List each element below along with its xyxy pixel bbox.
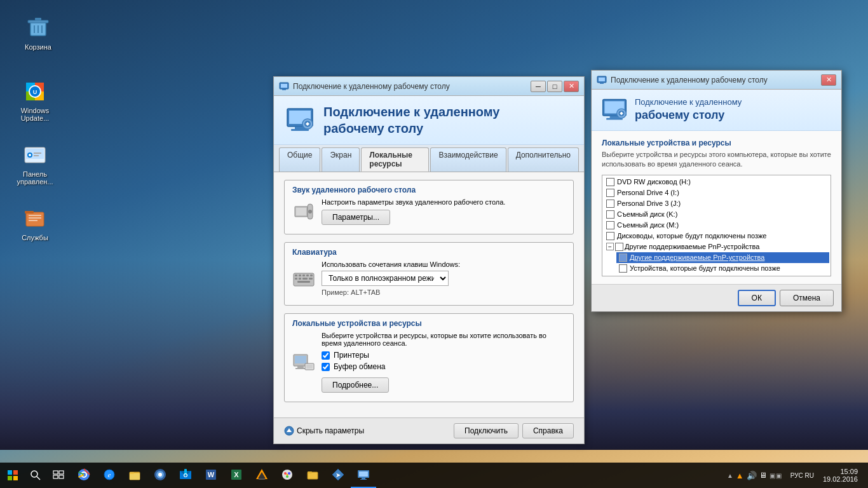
checkbox-2[interactable] xyxy=(606,200,614,208)
taskbar-chrome[interactable] xyxy=(71,463,97,488)
tray-vlc-icon[interactable]: ▲ xyxy=(736,471,744,480)
dialog-desc: Выберите устройства и ресурсы этого комп… xyxy=(602,150,831,170)
search-icon xyxy=(30,470,41,481)
taskbar-folder2[interactable] xyxy=(300,463,325,488)
list-item-6[interactable]: Другие поддерживаемые PnP-устройства xyxy=(616,252,829,263)
svg-point-102 xyxy=(287,474,288,476)
start-button[interactable] xyxy=(0,463,25,488)
taskbar-clock[interactable]: 15:09 19.02.2016 xyxy=(818,468,863,483)
list-item-3[interactable]: Съемный диск (K:) xyxy=(604,209,829,220)
control-panel-icon xyxy=(22,142,48,168)
keyboard-hint: Пример: ALT+TAB xyxy=(322,288,566,296)
window1-close-btn[interactable]: ✕ xyxy=(564,81,579,92)
desktop-icon-recycle-bin[interactable]: Корзина xyxy=(13,13,64,53)
window2-header-icon xyxy=(600,96,628,124)
search-button[interactable] xyxy=(25,463,46,488)
tab-interaction[interactable]: Взаимодействие xyxy=(430,147,506,172)
local-devices-title: Локальные устройства и ресурсы xyxy=(292,319,566,328)
clipboard-checkbox[interactable] xyxy=(322,363,330,371)
checkbox-7[interactable] xyxy=(619,264,627,273)
list-item-1[interactable]: Personal Drive 4 (I:) xyxy=(604,187,829,198)
list-item-7[interactable]: Устройства, которые будут подключены поз… xyxy=(616,263,829,274)
tray-icon-1[interactable]: ▣ xyxy=(770,472,775,479)
svg-rect-34 xyxy=(296,208,306,215)
svg-text:O: O xyxy=(183,472,187,478)
svg-rect-67 xyxy=(8,476,12,480)
desktop: Корзина U WindowsUpdate... xyxy=(0,0,868,488)
tray-network-icon[interactable]: 🖥 xyxy=(759,471,767,480)
checkbox-4[interactable] xyxy=(606,221,614,229)
taskbar-app-4[interactable] xyxy=(147,463,173,488)
keyboard-select[interactable]: Только в полноэкранном режиме xyxy=(322,271,449,286)
taskbar-paint[interactable] xyxy=(275,463,300,488)
expand-icon-6[interactable]: − xyxy=(606,243,614,250)
svg-text:U: U xyxy=(33,89,37,95)
hide-params-btn[interactable]: Скрыть параметры xyxy=(284,426,364,436)
tray-speaker-icon[interactable]: 🔊 xyxy=(747,471,757,480)
ok-btn[interactable]: ОК xyxy=(738,290,776,306)
hide-params-label: Скрыть параметры xyxy=(297,426,364,435)
task-view-icon xyxy=(53,469,64,480)
window1-header-icon xyxy=(284,104,316,136)
notification-area[interactable] xyxy=(863,463,868,488)
taskbar-explorer[interactable] xyxy=(122,463,147,488)
list-item-4[interactable]: Съемный диск (M:) xyxy=(604,220,829,231)
list-item-2[interactable]: Personal Drive 3 (J:) xyxy=(604,198,829,209)
taskbar-apps: e xyxy=(71,463,722,488)
svg-rect-50 xyxy=(297,366,304,368)
folder2-icon xyxy=(306,468,319,481)
checkbox-6-parent[interactable] xyxy=(615,243,623,251)
list-item-6-parent[interactable]: − Другие поддерживаемые PnP-устройства xyxy=(604,241,829,252)
window1-maximize-btn[interactable]: □ xyxy=(547,81,562,92)
dialog-footer: ОК Отмена xyxy=(592,284,841,311)
window1-content: Звук удаленного рабочего стола Настроить… xyxy=(274,172,584,417)
svg-rect-57 xyxy=(599,78,605,81)
list-item-5[interactable]: Дисководы, которые будут подключены позж… xyxy=(604,231,829,241)
clipboard-row: Буфер обмена xyxy=(322,362,566,371)
taskbar-network[interactable]: ➤ xyxy=(325,463,351,488)
desktop-icon-control-panel[interactable]: Панельуправлен... xyxy=(10,140,60,188)
list-item-0[interactable]: DVD RW дисковод (H:) xyxy=(604,177,829,187)
tab-advanced[interactable]: Дополнительно xyxy=(508,147,579,172)
taskbar-outlook[interactable]: O xyxy=(173,463,198,488)
tab-screen[interactable]: Экран xyxy=(322,147,360,172)
language-indicator[interactable]: РУС RU xyxy=(787,471,818,480)
window1-titlebar[interactable]: Подключение к удаленному рабочему столу … xyxy=(274,77,584,96)
taskbar-vlc[interactable] xyxy=(249,463,275,488)
task-view-button[interactable] xyxy=(46,463,71,488)
checkbox-3[interactable] xyxy=(606,210,614,219)
sound-params-btn[interactable]: Параметры... xyxy=(322,210,390,225)
taskbar-rdp[interactable] xyxy=(351,463,376,488)
printers-checkbox[interactable] xyxy=(322,351,330,360)
checkbox-5[interactable] xyxy=(606,232,614,240)
svg-rect-82 xyxy=(130,472,134,474)
desktop-icon-windows-update[interactable]: U WindowsUpdate... xyxy=(10,76,60,125)
taskbar-word[interactable]: W xyxy=(198,463,224,488)
svg-rect-58 xyxy=(600,83,604,84)
checkbox-6[interactable] xyxy=(619,254,627,262)
network-icon: ➤ xyxy=(332,468,344,481)
checkbox-1[interactable] xyxy=(606,189,614,197)
checkbox-0[interactable] xyxy=(606,178,614,186)
tab-local-resources[interactable]: Локальные ресурсы xyxy=(361,147,429,172)
connect-btn[interactable]: Подключить xyxy=(454,423,519,438)
cancel-btn[interactable]: Отмена xyxy=(780,290,834,306)
desktop-icon-services[interactable]: Службы xyxy=(10,203,60,244)
taskbar-ie[interactable]: e xyxy=(97,463,122,488)
window2-titlebar[interactable]: Подключение к удаленному рабочему столу … xyxy=(592,71,841,90)
taskbar-excel[interactable]: X xyxy=(224,463,249,488)
window1-minimize-btn[interactable]: ─ xyxy=(531,81,546,92)
sound-icon xyxy=(292,200,315,223)
tab-general[interactable]: Общие xyxy=(279,147,320,172)
svg-text:W: W xyxy=(208,471,215,478)
svg-text:e: e xyxy=(108,471,111,478)
keyboard-desc: Использовать сочетания клавиш Windows: xyxy=(322,261,566,268)
tray-icon-2[interactable]: ▣ xyxy=(776,472,782,479)
windows-update-label: WindowsUpdate... xyxy=(21,107,50,122)
devices-list[interactable]: DVD RW дисковод (H:) Personal Drive 4 (I… xyxy=(602,175,831,276)
help-btn[interactable]: Справка xyxy=(522,423,574,438)
taskbar-system-tray: ▲ ▲ 🔊 🖥 ▣ ▣ xyxy=(722,463,787,488)
system-tray-expand[interactable]: ▲ xyxy=(727,472,733,479)
more-btn[interactable]: Подробнее... xyxy=(322,377,389,393)
window2-close-btn[interactable]: ✕ xyxy=(821,74,836,86)
